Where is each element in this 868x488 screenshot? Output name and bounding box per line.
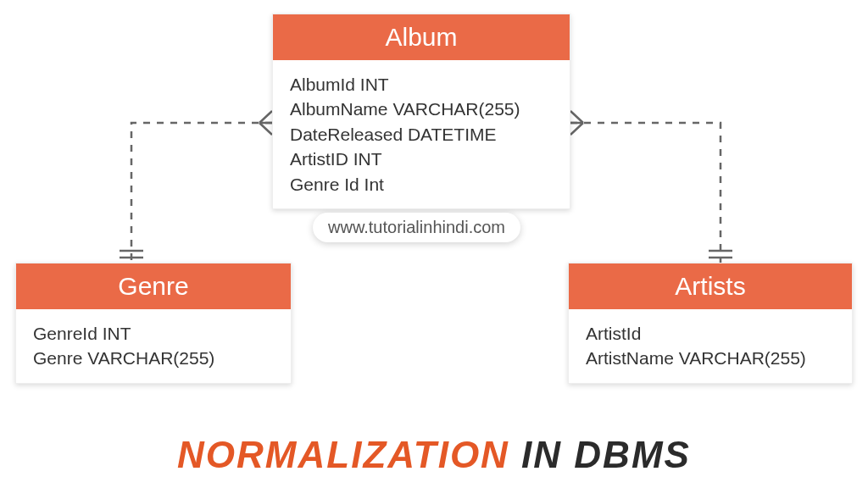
caption-rest: IN DBMS bbox=[509, 434, 691, 475]
attr: GenreId INT bbox=[33, 321, 274, 346]
entity-genre-title: Genre bbox=[16, 263, 291, 309]
entity-genre-body: GenreId INT Genre VARCHAR(255) bbox=[16, 309, 291, 383]
attr: ArtistID INT bbox=[290, 147, 553, 171]
entity-artists-title: Artists bbox=[569, 263, 852, 309]
attr: Genre VARCHAR(255) bbox=[33, 346, 274, 370]
attr: ArtistName VARCHAR(255) bbox=[586, 346, 835, 370]
entity-album-title: Album bbox=[273, 14, 570, 60]
entity-album-body: AlbumId INT AlbumName VARCHAR(255) DateR… bbox=[273, 60, 570, 208]
entity-artists: Artists ArtistId ArtistName VARCHAR(255) bbox=[568, 263, 853, 384]
entity-album: Album AlbumId INT AlbumName VARCHAR(255)… bbox=[272, 14, 570, 209]
attr: DateReleased DATETIME bbox=[290, 122, 553, 147]
caption: NORMALIZATION IN DBMS bbox=[0, 434, 868, 476]
attr: ArtistId bbox=[586, 321, 835, 346]
watermark: www.tutorialinhindi.com bbox=[313, 213, 520, 242]
entity-artists-body: ArtistId ArtistName VARCHAR(255) bbox=[569, 309, 852, 383]
attr: AlbumName VARCHAR(255) bbox=[290, 97, 553, 121]
caption-accent-word: NORMALIZATION bbox=[177, 434, 509, 475]
entity-genre: Genre GenreId INT Genre VARCHAR(255) bbox=[15, 263, 292, 384]
attr: AlbumId INT bbox=[290, 72, 553, 97]
attr: Genre Id Int bbox=[290, 172, 553, 197]
